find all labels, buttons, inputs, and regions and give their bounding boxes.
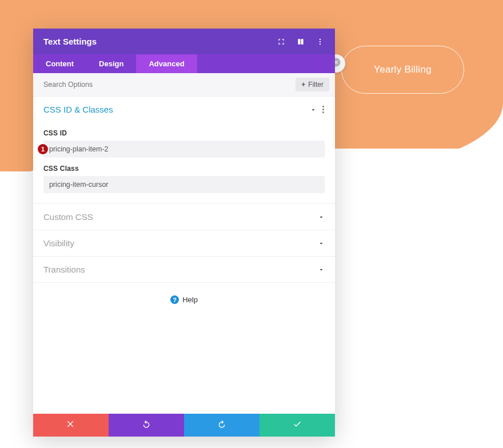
yearly-billing-button[interactable]: Yearly Billing — [341, 46, 464, 94]
filter-label: Filter — [308, 81, 324, 89]
expand-icon[interactable] — [277, 37, 286, 46]
chevron-down-icon — [318, 214, 325, 221]
help-label: Help — [182, 295, 198, 304]
chevron-down-icon — [318, 266, 325, 273]
css-class-label: CSS Class — [43, 165, 325, 173]
section-head-custom-css[interactable]: Custom CSS — [33, 204, 335, 230]
svg-point-2 — [320, 43, 321, 44]
tab-bar: Content Design Advanced — [33, 54, 335, 73]
svg-point-1 — [320, 41, 321, 42]
section-head-css[interactable]: CSS ID & Classes — [33, 97, 335, 122]
help-icon: ? — [170, 295, 179, 304]
undo-icon — [142, 419, 151, 431]
save-button[interactable] — [260, 414, 335, 437]
section-css-id-classes: CSS ID & Classes CSS ID 1 CSS Class — [33, 97, 335, 204]
search-input[interactable] — [43, 81, 296, 89]
css-id-input[interactable] — [43, 141, 325, 158]
css-id-label: CSS ID — [43, 129, 325, 137]
section-title-visibility: Visibility — [43, 238, 74, 248]
modal-spacer — [33, 311, 335, 414]
redo-button[interactable] — [184, 414, 260, 437]
more-icon[interactable] — [316, 37, 325, 46]
section-title-css: CSS ID & Classes — [43, 105, 113, 114]
css-id-row: 1 — [43, 141, 325, 158]
plus-icon: + — [301, 81, 305, 89]
section-visibility: Visibility — [33, 230, 335, 257]
section-title-transitions: Transitions — [43, 265, 85, 274]
section-body-css: CSS ID 1 CSS Class — [33, 129, 335, 203]
chevron-down-icon — [318, 240, 325, 247]
tab-content[interactable]: Content — [33, 54, 86, 73]
section-more-icon[interactable] — [322, 106, 325, 113]
check-icon — [293, 419, 302, 431]
chevron-up-icon[interactable] — [310, 106, 317, 113]
svg-point-0 — [320, 38, 321, 39]
section-head-transitions[interactable]: Transitions — [33, 257, 335, 282]
css-class-input[interactable] — [43, 176, 325, 193]
tab-advanced[interactable]: Advanced — [136, 54, 197, 73]
modal-title: Text Settings — [43, 37, 97, 46]
section-custom-css: Custom CSS — [33, 204, 335, 230]
help-link[interactable]: ? Help — [33, 283, 335, 311]
modal-footer — [33, 414, 335, 437]
cancel-button[interactable] — [33, 414, 109, 437]
tab-design[interactable]: Design — [86, 54, 136, 73]
header-icon-group — [277, 37, 325, 46]
close-icon — [66, 419, 75, 431]
columns-icon[interactable] — [296, 37, 305, 46]
yearly-billing-label: Yearly Billing — [374, 64, 432, 75]
modal-header: Text Settings — [33, 29, 335, 54]
section-transitions: Transitions — [33, 257, 335, 283]
undo-button[interactable] — [109, 414, 184, 437]
section-actions-css — [310, 106, 325, 113]
search-bar: + Filter — [33, 73, 335, 97]
section-title-custom-css: Custom CSS — [43, 212, 93, 222]
redo-icon — [217, 419, 226, 431]
filter-button[interactable]: + Filter — [296, 78, 329, 91]
section-head-visibility[interactable]: Visibility — [33, 230, 335, 256]
annotation-badge-1: 1 — [38, 144, 48, 154]
settings-modal: Text Settings Content Design Advanced + … — [33, 29, 335, 437]
css-class-row — [43, 176, 325, 193]
